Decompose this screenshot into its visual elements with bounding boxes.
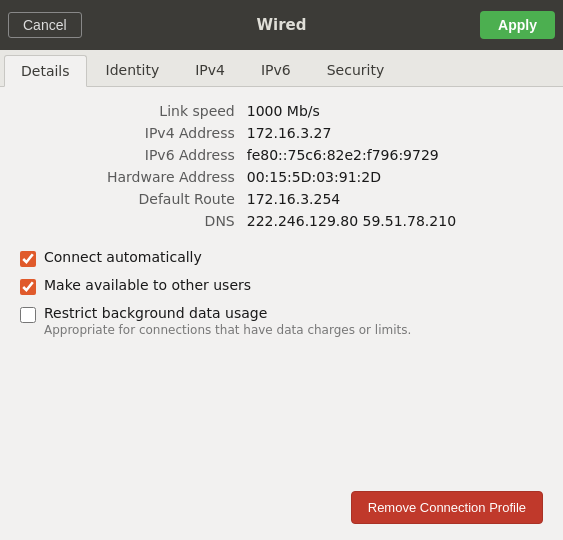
ipv4-address-value: 172.16.3.27 <box>247 125 543 141</box>
info-table: Link speed 1000 Mb/s IPv4 Address 172.16… <box>20 103 543 229</box>
connect-auto-row: Connect automatically <box>20 249 543 267</box>
connect-auto-checkbox[interactable] <box>20 251 36 267</box>
window: Cancel Wired Apply Details Identity IPv4… <box>0 0 563 540</box>
ipv4-address-label: IPv4 Address <box>20 125 235 141</box>
connect-auto-label[interactable]: Connect automatically <box>44 249 202 265</box>
hardware-address-label: Hardware Address <box>20 169 235 185</box>
tabs-bar: Details Identity IPv4 IPv6 Security <box>0 50 563 87</box>
remove-connection-button[interactable]: Remove Connection Profile <box>351 491 543 524</box>
dns-label: DNS <box>20 213 235 229</box>
available-users-checkbox[interactable] <box>20 279 36 295</box>
cancel-button[interactable]: Cancel <box>8 12 82 38</box>
restrict-bg-row: Restrict background data usage Appropria… <box>20 305 543 337</box>
restrict-bg-sublabel: Appropriate for connections that have da… <box>44 323 411 337</box>
tab-security[interactable]: Security <box>310 54 402 86</box>
link-speed-label: Link speed <box>20 103 235 119</box>
checkbox-group: Connect automatically Make available to … <box>20 249 543 337</box>
available-users-row: Make available to other users <box>20 277 543 295</box>
tab-details[interactable]: Details <box>4 55 87 87</box>
dns-value: 222.246.129.80 59.51.78.210 <box>247 213 543 229</box>
window-title: Wired <box>257 16 307 34</box>
ipv6-address-label: IPv6 Address <box>20 147 235 163</box>
link-speed-value: 1000 Mb/s <box>247 103 543 119</box>
content-area: Link speed 1000 Mb/s IPv4 Address 172.16… <box>0 87 563 540</box>
restrict-bg-label[interactable]: Restrict background data usage <box>44 305 267 321</box>
default-route-label: Default Route <box>20 191 235 207</box>
tab-identity[interactable]: Identity <box>89 54 177 86</box>
titlebar: Cancel Wired Apply <box>0 0 563 50</box>
ipv6-address-value: fe80::75c6:82e2:f796:9729 <box>247 147 543 163</box>
tab-ipv4[interactable]: IPv4 <box>178 54 242 86</box>
hardware-address-value: 00:15:5D:03:91:2D <box>247 169 543 185</box>
tab-ipv6[interactable]: IPv6 <box>244 54 308 86</box>
default-route-value: 172.16.3.254 <box>247 191 543 207</box>
restrict-bg-checkbox[interactable] <box>20 307 36 323</box>
available-users-label[interactable]: Make available to other users <box>44 277 251 293</box>
apply-button[interactable]: Apply <box>480 11 555 39</box>
bottom-area: Remove Connection Profile <box>20 353 543 524</box>
